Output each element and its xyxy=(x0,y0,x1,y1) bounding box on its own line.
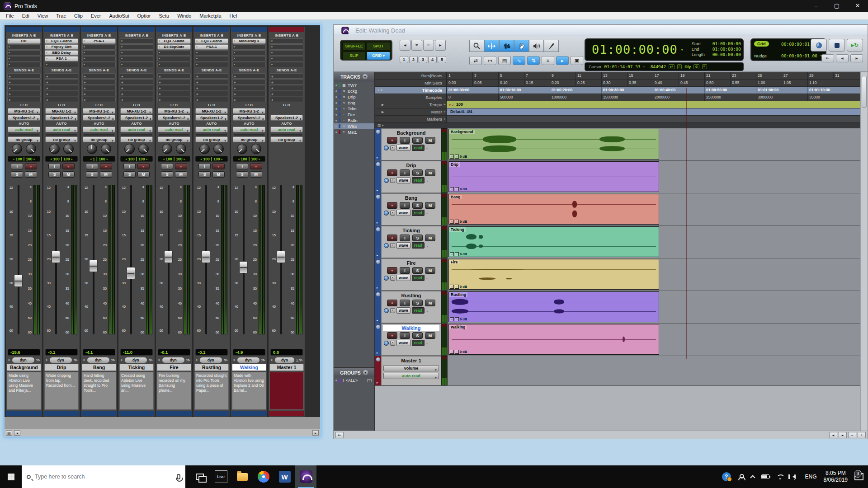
pan-knob-left[interactable] xyxy=(237,144,247,154)
fader-thumb[interactable] xyxy=(89,260,98,272)
record-enable-button[interactable]: ● xyxy=(25,163,37,169)
solo-button[interactable]: S xyxy=(11,171,23,178)
send-slot[interactable]: ◆ xyxy=(270,85,303,90)
track-color-gutter[interactable] xyxy=(375,258,381,291)
send-slot[interactable]: ◆ xyxy=(45,91,78,96)
send-slot[interactable]: ◆ xyxy=(270,91,303,96)
automation-mode-button[interactable]: read xyxy=(412,210,425,216)
fader-thumb[interactable] xyxy=(239,261,248,273)
volume-fader[interactable] xyxy=(168,185,170,334)
track-header[interactable]: Walking ● I S M ◔ * wav xyxy=(381,324,441,356)
fader-thumb[interactable] xyxy=(277,251,285,263)
volume-fader[interactable] xyxy=(243,185,245,334)
solo-button[interactable]: S xyxy=(86,171,98,178)
audio-clip[interactable]: Background xyxy=(448,129,659,160)
insert-slot[interactable] xyxy=(270,38,303,44)
edit-mode-button[interactable]: GRID ▾ xyxy=(367,52,390,60)
send-slot[interactable]: ◆ xyxy=(232,85,266,90)
send-slot[interactable]: ◆ xyxy=(7,97,41,102)
volume-fader[interactable] xyxy=(93,185,94,334)
send-slot[interactable]: ◆ xyxy=(120,73,153,79)
track-comments[interactable] xyxy=(269,372,304,410)
track-view-button[interactable]: wave xyxy=(396,340,410,346)
menu-item[interactable]: Trac xyxy=(52,13,70,19)
track-lane[interactable]: Bang xyxy=(447,193,860,225)
track-view-button[interactable]: volume▼ xyxy=(383,365,439,371)
send-slot[interactable]: ◆ xyxy=(195,97,228,102)
track-show-dot-icon[interactable] xyxy=(335,131,337,133)
insert-slot[interactable]: EQ3 7-Band xyxy=(195,38,228,44)
input-path-button[interactable]: MG-XU 1-2▼ xyxy=(83,108,115,114)
close-button[interactable]: ✕ xyxy=(847,0,868,12)
mute-button[interactable]: M xyxy=(175,171,187,178)
insert-slot[interactable] xyxy=(120,44,153,50)
zoom-preset-button[interactable]: 3 xyxy=(419,56,427,63)
expand-arrows-icon[interactable]: ⇕ xyxy=(8,358,10,361)
grabber-tool-button[interactable] xyxy=(514,40,529,52)
fast-forward-icon[interactable]: ≫ xyxy=(186,358,190,362)
track-view-button[interactable]: wave xyxy=(396,145,410,151)
pan-knob-right[interactable] xyxy=(63,144,74,154)
input-monitor-button[interactable]: I xyxy=(86,163,98,169)
audio-clip[interactable]: Ticking xyxy=(448,226,659,257)
track-name[interactable]: Rustling xyxy=(383,292,439,299)
track-show-dot-icon[interactable] xyxy=(335,84,337,86)
track-name[interactable]: Drip xyxy=(44,364,79,371)
edit-toggle-button[interactable]: ∿ xyxy=(513,56,525,65)
automation-mode-button[interactable]: auto read▼ xyxy=(195,127,228,132)
send-slot[interactable]: ◆ xyxy=(82,97,116,102)
scroll-right-icon[interactable]: ▸ xyxy=(839,432,847,438)
send-slot[interactable]: ◆ xyxy=(195,85,228,90)
track-header[interactable]: Fire ● I S M ◔ * wave xyxy=(381,258,441,291)
output-path-button[interactable]: Speakers1-2⇞ xyxy=(83,115,115,121)
track-lane[interactable]: Fire xyxy=(447,258,860,291)
zoom-out-icon[interactable]: − xyxy=(848,432,856,438)
add-meter-icon[interactable]: + xyxy=(443,108,446,115)
dyn-button[interactable]: dyn xyxy=(274,357,295,363)
pan-knob-left[interactable] xyxy=(49,144,60,154)
timeline-insertion-icon[interactable]: ⇄ xyxy=(669,64,675,69)
ruler-label-meter[interactable]: ▶Meter+ xyxy=(375,108,447,115)
automation-mode-button[interactable]: auto read▼ xyxy=(120,127,153,132)
pencil-tool-button[interactable] xyxy=(544,40,559,52)
fast-forward-icon[interactable]: ≫ xyxy=(299,358,303,362)
online-button[interactable] xyxy=(811,39,827,52)
insert-slot[interactable] xyxy=(195,56,228,61)
elastic-audio-icon[interactable]: * xyxy=(390,341,395,346)
insert-slot[interactable] xyxy=(82,62,116,67)
mute-button[interactable]: M xyxy=(137,171,150,178)
elastic-audio-icon[interactable]: * xyxy=(390,308,395,313)
insert-slot[interactable] xyxy=(270,62,303,67)
track-color-bar[interactable] xyxy=(6,27,42,32)
track-color-bar[interactable] xyxy=(81,27,117,32)
send-slot[interactable]: ◆ xyxy=(82,73,116,79)
insert-slot[interactable]: TRF xyxy=(7,38,41,44)
elastic-audio-icon[interactable]: * xyxy=(390,178,395,183)
send-slot[interactable]: ◆ xyxy=(45,79,78,84)
scrollbar-thumb[interactable] xyxy=(862,76,867,108)
send-slot[interactable]: ◆ xyxy=(82,79,116,84)
expand-arrows-icon[interactable]: ⇕ xyxy=(83,358,85,361)
clip-gain-badge[interactable]: ○ ↑ 0 dB xyxy=(450,350,467,354)
track-lane[interactable]: Background xyxy=(447,128,860,160)
ruler-label-tempo[interactable]: ▶Tempo+ xyxy=(375,101,447,108)
track-name[interactable]: Bang xyxy=(383,195,439,201)
mute-button[interactable]: M xyxy=(425,332,435,339)
send-slot[interactable]: ◆ xyxy=(157,91,191,96)
track-color-bar[interactable] xyxy=(231,27,267,32)
send-slot[interactable]: ◆ xyxy=(195,91,228,96)
insert-slot[interactable]: PSA-1 xyxy=(45,56,78,61)
automation-mode-button[interactable]: read xyxy=(412,242,425,249)
pan-value-display[interactable]: ◂ 100| 100 ▸ xyxy=(8,156,40,162)
pan-knob-left[interactable] xyxy=(124,144,135,154)
insert-slot[interactable] xyxy=(270,56,303,61)
meter-event[interactable]: Default: 4/4 xyxy=(447,108,472,115)
main-counter[interactable]: 01:00:00:00 ▼ Start 01:00:00:00 End 01:0… xyxy=(585,38,744,61)
tracks-list-item[interactable]: ≈ Tckn xyxy=(334,106,374,112)
insert-slot[interactable]: Frqncy Shft xyxy=(45,44,78,50)
expand-arrows-icon[interactable]: ⇕ xyxy=(45,358,48,361)
pan-knob-right[interactable] xyxy=(26,144,36,154)
tempo-event[interactable]: ♩100 xyxy=(447,101,463,108)
stop-button[interactable] xyxy=(829,39,845,52)
edit-toggle-button[interactable]: ▤ xyxy=(498,56,511,65)
